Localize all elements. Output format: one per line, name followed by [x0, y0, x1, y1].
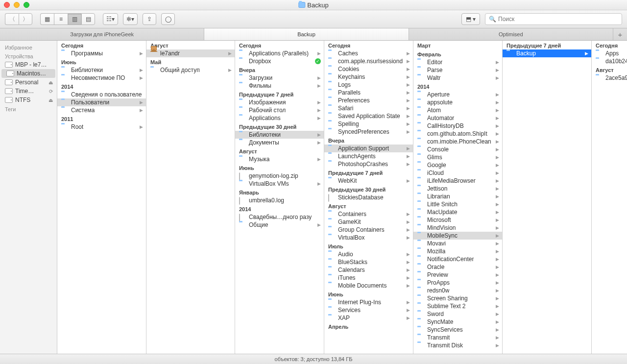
list-item[interactable]: GameKit▶	[324, 218, 413, 226]
list-item[interactable]: Общие▶	[235, 221, 324, 229]
list-item[interactable]: Audio▶	[324, 250, 413, 258]
list-item[interactable]: VirtualBox▶	[324, 234, 413, 242]
eject-icon[interactable]: ⏏	[48, 97, 53, 103]
list-item[interactable]: MindVision▶	[413, 224, 502, 232]
sync-icon[interactable]: ⟳	[49, 89, 53, 94]
tab[interactable]: Backup	[204, 28, 409, 40]
column-view-button[interactable]: ▥	[68, 13, 81, 25]
list-item[interactable]: SyncedPreferences▶	[324, 128, 413, 136]
list-item[interactable]: MobileSync▶	[413, 232, 502, 240]
search-input[interactable]	[485, 13, 622, 25]
list-item[interactable]: Сведения о пользователе	[57, 91, 146, 98]
list-item[interactable]: Applications (Parallels)▶	[235, 49, 324, 57]
sidebar-item[interactable]: Personal⏏	[0, 78, 57, 87]
list-item[interactable]: appsolute▶	[413, 98, 502, 106]
list-item[interactable]: Parse▶	[413, 66, 502, 74]
action-button[interactable]: ✻▾	[123, 13, 138, 25]
list-item[interactable]: Aperture▶	[413, 91, 502, 98]
list-item[interactable]: Application Support▶	[324, 145, 413, 152]
list-item[interactable]: Apps▶	[592, 49, 627, 57]
new-tab-button[interactable]: +	[613, 28, 627, 40]
list-item[interactable]: umbrella0.log	[235, 196, 324, 204]
list-item[interactable]: Screen Sharing▶	[413, 294, 502, 302]
tab[interactable]: Загрузки для iPhoneGeek	[0, 28, 204, 40]
list-item[interactable]: Mobile Documents▶	[324, 282, 413, 290]
list-item[interactable]: Библиотеки▶	[235, 131, 324, 139]
list-item[interactable]: StickiesDatabase	[324, 194, 413, 201]
list-item[interactable]: da10b245▶	[592, 57, 627, 65]
list-item[interactable]: Saved Application State▶	[324, 112, 413, 120]
list-item[interactable]: Group Containers▶	[324, 226, 413, 234]
list-item[interactable]: Фильмы▶	[235, 82, 324, 90]
list-item[interactable]: Calendars▶	[324, 266, 413, 274]
list-item[interactable]: Пользователи▶	[57, 98, 146, 106]
sidebar-item[interactable]: Time…⟳	[0, 87, 57, 96]
list-item[interactable]: com.imobie.PhoneClean▶	[413, 138, 502, 146]
list-item[interactable]: Movavi▶	[413, 240, 502, 247]
list-item[interactable]: Atom▶	[413, 106, 502, 114]
list-item[interactable]: Система▶	[57, 106, 146, 114]
list-item[interactable]: Logs▶	[324, 81, 413, 89]
list-item[interactable]: Transmit▶	[413, 334, 502, 341]
list-item[interactable]: Little Snitch▶	[413, 200, 502, 208]
list-item[interactable]: MacUpdate▶	[413, 208, 502, 216]
coverflow-view-button[interactable]: ▤	[81, 13, 95, 25]
list-item[interactable]: redsn0w▶	[413, 287, 502, 294]
list-item[interactable]: BlueStacks▶	[324, 258, 413, 266]
list-item[interactable]: iCloud▶	[413, 169, 502, 177]
list-item[interactable]: Containers▶	[324, 210, 413, 218]
list-item[interactable]: Applications▶	[235, 114, 324, 122]
list-item[interactable]: Backup▶	[503, 49, 591, 57]
share-button[interactable]: ⇪	[143, 13, 156, 25]
list-item[interactable]: Oracle▶	[413, 263, 502, 271]
list-item[interactable]: Библиотеки▶	[57, 66, 146, 74]
list-item[interactable]: Keychains▶	[324, 73, 413, 81]
list-item[interactable]: SyncServices▶	[413, 326, 502, 334]
tags-button[interactable]: ◯	[161, 13, 175, 25]
zoom-window-button[interactable]	[24, 2, 29, 8]
list-item[interactable]: VirtualBox VMs▶	[235, 180, 324, 188]
list-item[interactable]: Automator▶	[413, 114, 502, 122]
list-item[interactable]: Console▶	[413, 146, 502, 153]
list-item[interactable]: iTunes▶	[324, 274, 413, 282]
list-view-button[interactable]: ≡	[54, 13, 68, 25]
close-window-button[interactable]	[4, 2, 10, 8]
list-item[interactable]: NotificationCenter▶	[413, 255, 502, 263]
list-item[interactable]: Spelling▶	[324, 120, 413, 128]
list-item[interactable]: SyncMate▶	[413, 318, 502, 326]
tab[interactable]: Optimised	[409, 28, 613, 40]
list-item[interactable]: Editor▶	[413, 58, 502, 66]
sidebar-item[interactable]: MBP - le7…	[0, 60, 57, 69]
list-item[interactable]: iLifeMediaBrowser▶	[413, 177, 502, 185]
list-item[interactable]: ProApps▶	[413, 279, 502, 287]
list-item[interactable]: genymotion-log.zip	[235, 172, 324, 180]
list-item[interactable]: Preferences▶	[324, 97, 413, 104]
list-item[interactable]: Общий доступ▶	[146, 66, 235, 74]
list-item[interactable]: PhotoshopCrashes▶	[324, 160, 413, 168]
list-item[interactable]: Jettison▶	[413, 185, 502, 193]
list-item[interactable]: Caches▶	[324, 49, 413, 57]
dropbox-button[interactable]: ⬒▾	[461, 13, 480, 25]
list-item[interactable]: Parallels▶	[324, 89, 413, 97]
list-item[interactable]: Mozilla▶	[413, 247, 502, 255]
list-item[interactable]: Sword▶	[413, 310, 502, 318]
list-item[interactable]: Glims▶	[413, 153, 502, 161]
list-item[interactable]: WebKit▶	[324, 177, 413, 185]
list-item[interactable]: Microsoft▶	[413, 216, 502, 224]
minimize-window-button[interactable]	[14, 2, 20, 8]
list-item[interactable]: 2ace5a90▶	[592, 74, 627, 82]
eject-icon[interactable]: ⏏	[48, 80, 53, 85]
list-item[interactable]: Transmit Disk▶	[413, 341, 502, 349]
forward-button[interactable]: 〉	[19, 13, 32, 25]
list-item[interactable]: Librarian▶	[413, 193, 502, 200]
list-item[interactable]: Dropbox✓	[235, 57, 324, 65]
sidebar-item[interactable]: Macintos…	[1, 69, 55, 78]
list-item[interactable]: Safari▶	[324, 104, 413, 112]
list-item[interactable]: Preview▶	[413, 271, 502, 279]
arrange-button[interactable]: ☷▾	[103, 13, 118, 25]
list-item[interactable]: Загрузки▶	[235, 74, 324, 82]
list-item[interactable]: XAP▶	[324, 314, 413, 322]
list-item[interactable]: CallHistoryDB▶	[413, 122, 502, 130]
list-item[interactable]: Internet Plug-Ins▶	[324, 298, 413, 306]
back-button[interactable]: 〈	[5, 13, 19, 25]
